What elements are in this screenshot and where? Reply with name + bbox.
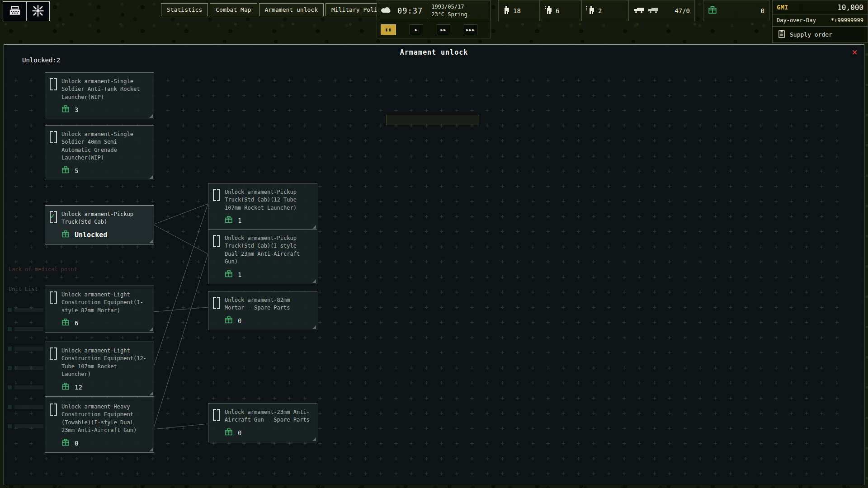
tech-node-heavy-equip-aa[interactable]: Unlock armament-Heavy Construction Equip… [45, 398, 154, 453]
resize-corner [312, 225, 316, 229]
node-title: Unlock armament-82mm Mortar - Spare Part… [225, 296, 312, 312]
resize-corner [149, 392, 153, 395]
node-count: 5 [75, 167, 78, 174]
infantry-icon [503, 5, 509, 16]
tech-node-mortar-spare-parts[interactable]: Unlock armament-82mm Mortar - Spare Part… [208, 291, 317, 330]
ghost-unit-list [8, 308, 43, 444]
corner-button-frame [3, 1, 50, 21]
panel-title: Armament unlock [4, 48, 864, 56]
armament-unlock-panel: ++++++++++++++++++++++++++++++++++++++++… [4, 44, 864, 485]
menu-armament-unlock[interactable]: Armament unlock [259, 3, 324, 16]
vehicle-count: 47/0 [675, 7, 690, 14]
clock-date-block: 1993/05/17 23°C Spring [431, 4, 467, 18]
infantry-alert-count: 6 [556, 7, 559, 14]
play-button[interactable]: ▶ [410, 24, 423, 35]
node-count: 0 [238, 317, 241, 324]
ghost-unit-row [8, 405, 43, 409]
fastest-forward-button[interactable]: ▶▶▶ [464, 24, 477, 35]
crate-icon [225, 428, 233, 438]
stat-infantry-alert[interactable]: 6 [540, 0, 581, 21]
day-over-day-value: *+99999999 [831, 17, 863, 23]
infantry-count: 18 [513, 7, 521, 14]
crate-icon [61, 318, 70, 328]
tech-node-anti-tank-rocket[interactable]: Unlock armament-Single Soldier Anti-Tank… [45, 72, 154, 119]
checkbox-icon [50, 291, 57, 302]
check-mark-icon: ✓ [50, 211, 55, 221]
stat-infantry[interactable]: 18 [498, 0, 540, 21]
crate-icon [225, 316, 233, 326]
resize-corner [312, 437, 316, 441]
node-count: 8 [75, 440, 78, 447]
ghost-notification [386, 115, 479, 125]
ghost-alert-text: Lack of medical point [9, 266, 77, 272]
resize-corner [149, 328, 153, 331]
clipboard-icon [778, 29, 785, 40]
infantry-alert-icon [545, 5, 552, 16]
crate-icon [61, 105, 70, 115]
tech-node-pickup-aa[interactable]: Unlock armament-Pickup Truck(Std Cab)(I-… [208, 229, 317, 284]
stat-squads[interactable]: 2 [581, 0, 628, 21]
crate-icon [225, 270, 233, 280]
top-menu: Statistics Combat Map Armament unlock Mi… [161, 3, 390, 16]
resize-corner [312, 279, 316, 283]
tech-node-light-equip-mortar[interactable]: Unlock armament-Light Construction Equip… [45, 286, 154, 333]
day-over-day-row: Day-over-Day *+99999999 [773, 14, 868, 26]
squad-icon [586, 5, 594, 16]
ghost-unit-row [8, 424, 43, 428]
menu-statistics[interactable]: Statistics [161, 3, 208, 16]
checkbox-icon [213, 189, 220, 199]
fast-forward-button[interactable]: ▶▶ [437, 24, 450, 35]
clock-separator [427, 3, 427, 19]
crate-icon [61, 166, 70, 176]
tech-node-pickup-rocket[interactable]: Unlock armament-Pickup Truck(Std Cab)(12… [208, 183, 317, 230]
node-title: Unlock armament-Pickup Truck(Std Cab)(I-… [225, 235, 312, 266]
pause-button[interactable]: ▮▮ [381, 24, 396, 35]
supply-order-label: Supply order [790, 31, 832, 38]
node-title: Unlock armament-Single Soldier 40mm Semi… [61, 131, 149, 162]
currency-label: GMI [777, 4, 788, 11]
resize-corner [149, 239, 153, 243]
balance-value: 10,000 [837, 3, 863, 12]
combat-alert-button[interactable] [26, 2, 49, 21]
ghost-unit-row [8, 327, 43, 331]
crate-icon [225, 216, 233, 225]
supply-order-button[interactable]: Supply order [773, 26, 868, 42]
checkbox-icon [213, 235, 220, 245]
resize-corner [149, 448, 153, 451]
node-title: Unlock armament-Single Soldier Anti-Tank… [61, 78, 149, 101]
checkbox-icon [50, 131, 57, 141]
node-title: Unlock armament-Light Construction Equip… [61, 291, 149, 314]
stat-vehicles[interactable]: 47/0 [628, 0, 695, 21]
checkbox-icon [50, 78, 57, 89]
ghost-unit-row [8, 385, 43, 389]
node-count: 3 [75, 106, 78, 113]
checkbox-checked-icon: ✓ [50, 211, 57, 221]
clock-date: 1993/05/17 [431, 4, 467, 10]
node-count: 1 [238, 217, 241, 224]
node-count: 6 [75, 319, 78, 327]
truck-icon [633, 6, 644, 15]
menu-combat-map[interactable]: Combat Map [210, 3, 257, 16]
tech-node-light-equip-rocket[interactable]: Unlock armament-Light Construction Equip… [45, 342, 154, 397]
clock-group: 09:37 1993/05/17 23°C Spring [377, 0, 491, 21]
node-count: 12 [75, 384, 82, 391]
node-title: Unlock armament-23mm Anti-Aircraft Gun -… [225, 408, 312, 424]
tech-node-grenade-launcher[interactable]: Unlock armament-Single Soldier 40mm Semi… [45, 125, 154, 180]
day-over-day-label: Day-over-Day [777, 17, 816, 23]
node-status: Unlocked [75, 231, 107, 239]
close-icon[interactable]: ✕ [852, 47, 858, 57]
node-count: 1 [238, 271, 241, 278]
field-radio-icon [8, 4, 22, 19]
tech-node-pickup-truck[interactable]: ✓ Unlock armament-Pickup Truck(Std Cab) … [45, 205, 154, 244]
stat-supplies[interactable]: 0 [703, 0, 769, 21]
checkbox-icon [50, 347, 57, 358]
clock-time: 09:37 [397, 6, 423, 15]
crate-icon [61, 382, 70, 392]
economy-panel: GMI 10,000 Day-over-Day *+99999999 Suppl… [772, 0, 868, 43]
ghost-unit-row [8, 347, 43, 351]
tech-node-aa-spare-parts[interactable]: Unlock armament-23mm Anti-Aircraft Gun -… [208, 403, 317, 442]
clock-temp-season: 23°C Spring [431, 11, 467, 18]
node-count: 0 [238, 429, 241, 436]
field-radio-button[interactable] [3, 2, 26, 21]
checkbox-icon [50, 404, 57, 414]
